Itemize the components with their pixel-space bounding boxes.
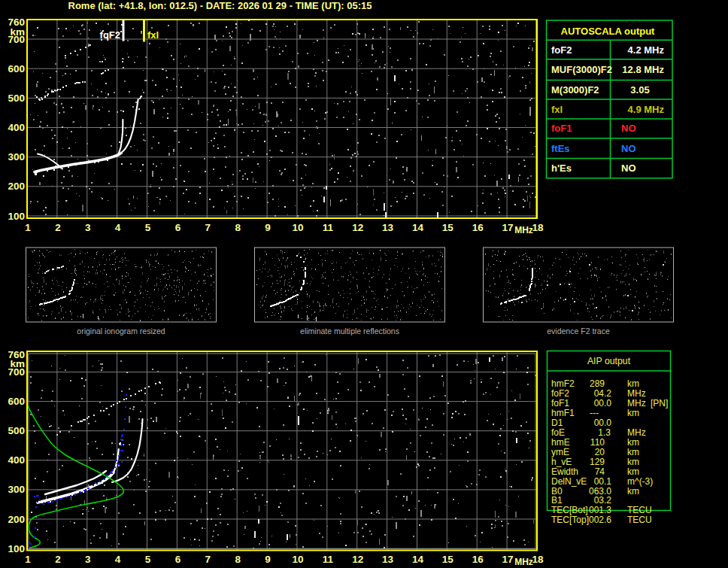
svg-text:eliminate multiple reflections: eliminate multiple reflections <box>300 327 399 336</box>
svg-text:7: 7 <box>205 554 211 565</box>
svg-text:5: 5 <box>145 222 151 233</box>
svg-text:TECU: TECU <box>627 505 652 515</box>
svg-text:h_vE: h_vE <box>551 457 572 467</box>
svg-text:20: 20 <box>595 447 605 457</box>
svg-text:ftEs: ftEs <box>551 143 570 154</box>
svg-text:NO: NO <box>621 143 636 154</box>
svg-text:129: 129 <box>590 457 605 467</box>
svg-text:foE: foE <box>551 427 565 438</box>
svg-text:17: 17 <box>502 222 514 233</box>
svg-text:km: km <box>627 466 639 477</box>
svg-text:001.3: 001.3 <box>589 505 611 515</box>
svg-text:100: 100 <box>8 211 25 222</box>
svg-text:AUTOSCALA output: AUTOSCALA output <box>561 26 656 37</box>
svg-text:AIP output: AIP output <box>587 356 631 366</box>
svg-text:700: 700 <box>8 34 25 45</box>
svg-text:MHz: MHz <box>514 225 533 235</box>
svg-text:500: 500 <box>8 425 25 436</box>
svg-text:13: 13 <box>382 222 394 233</box>
svg-text:fxl: fxl <box>147 29 159 41</box>
svg-text:10: 10 <box>292 222 303 233</box>
svg-text:Rome (lat: +41.8, lon: 012.5): Rome (lat: +41.8, lon: 012.5) - DATE: 20… <box>68 0 372 11</box>
svg-text:B1: B1 <box>551 495 563 506</box>
svg-text:002.6: 002.6 <box>589 515 611 525</box>
svg-text:9: 9 <box>265 554 271 565</box>
svg-text:km: km <box>627 378 639 389</box>
svg-text:---: --- <box>590 408 599 418</box>
svg-text:4: 4 <box>115 554 121 565</box>
svg-text:3: 3 <box>85 554 91 565</box>
svg-text:ymE: ymE <box>551 447 569 457</box>
svg-text:6: 6 <box>175 554 181 565</box>
svg-text:14: 14 <box>412 554 424 565</box>
svg-text:MHz: MHz <box>514 557 533 567</box>
svg-text:300: 300 <box>8 151 25 163</box>
svg-text:600: 600 <box>8 63 25 74</box>
svg-text:300: 300 <box>8 484 25 495</box>
svg-text:13: 13 <box>382 554 394 565</box>
svg-text:18: 18 <box>532 554 544 565</box>
svg-text:16: 16 <box>472 222 484 233</box>
svg-text:km: km <box>627 486 639 497</box>
svg-text:km: km <box>627 408 639 418</box>
svg-text:NO: NO <box>621 163 636 174</box>
svg-text:10: 10 <box>292 554 303 565</box>
svg-text:200: 200 <box>8 181 25 192</box>
svg-text:D1: D1 <box>551 418 563 428</box>
svg-text:4.9 MHz: 4.9 MHz <box>628 104 665 115</box>
svg-text:4.2 MHz: 4.2 MHz <box>628 44 665 56</box>
svg-text:15: 15 <box>442 222 454 233</box>
svg-text:063.0: 063.0 <box>589 486 611 497</box>
svg-text:hmE: hmE <box>551 437 570 448</box>
svg-text:12.8 MHz: 12.8 MHz <box>622 64 664 75</box>
svg-text:2: 2 <box>55 554 61 565</box>
svg-text:6: 6 <box>175 222 181 233</box>
svg-text:00.0: 00.0 <box>594 418 612 428</box>
svg-text:5: 5 <box>145 554 151 565</box>
svg-text:3: 3 <box>85 222 91 233</box>
svg-text:15: 15 <box>442 554 454 565</box>
svg-text:foF2: foF2 <box>551 44 572 56</box>
svg-text:110: 110 <box>590 437 605 448</box>
svg-text:[PN]: [PN] <box>651 398 668 409</box>
svg-text:hmF1: hmF1 <box>551 408 575 418</box>
svg-text:MHz: MHz <box>627 388 646 399</box>
svg-text:600: 600 <box>8 396 25 407</box>
svg-text:2: 2 <box>55 222 61 233</box>
svg-text:MUF(3000)F2: MUF(3000)F2 <box>551 64 612 75</box>
svg-text:fxl: fxl <box>551 104 563 115</box>
svg-text:MHz: MHz <box>627 427 646 438</box>
svg-text:h'Es: h'Es <box>551 163 572 174</box>
svg-text:500: 500 <box>8 93 25 104</box>
svg-text:TEC[Top]: TEC[Top] <box>551 515 589 525</box>
svg-text:Ewidth: Ewidth <box>551 466 578 477</box>
svg-text:400: 400 <box>8 454 25 466</box>
svg-text:9: 9 <box>265 222 271 233</box>
svg-text:12: 12 <box>352 222 363 233</box>
svg-text:4: 4 <box>115 222 121 233</box>
svg-text:400: 400 <box>8 122 25 133</box>
svg-text:1: 1 <box>25 554 31 565</box>
svg-text:TECU: TECU <box>627 515 652 525</box>
svg-text:74: 74 <box>595 466 605 477</box>
svg-text:3.05: 3.05 <box>630 84 649 96</box>
svg-text:17: 17 <box>502 554 514 565</box>
svg-text:km: km <box>627 437 639 448</box>
svg-text:00.1: 00.1 <box>594 476 612 487</box>
svg-text:8: 8 <box>235 554 241 565</box>
svg-text:1: 1 <box>25 222 31 233</box>
svg-text:MHz: MHz <box>627 398 646 409</box>
svg-text:km: km <box>627 457 639 467</box>
svg-text:200: 200 <box>8 514 25 525</box>
svg-text:hmF2: hmF2 <box>551 378 575 389</box>
svg-text:11: 11 <box>323 222 334 233</box>
svg-text:289: 289 <box>590 378 605 389</box>
svg-text:1.3: 1.3 <box>598 427 611 438</box>
svg-text:evidence F2 trace: evidence F2 trace <box>547 327 610 336</box>
svg-text:foF2: foF2 <box>551 388 569 399</box>
svg-text:original ionogram resized: original ionogram resized <box>77 327 165 336</box>
svg-text:00.0: 00.0 <box>594 398 612 409</box>
svg-text:04.2: 04.2 <box>594 388 612 399</box>
svg-text:03.2: 03.2 <box>594 495 612 506</box>
svg-text:B0: B0 <box>551 486 563 497</box>
